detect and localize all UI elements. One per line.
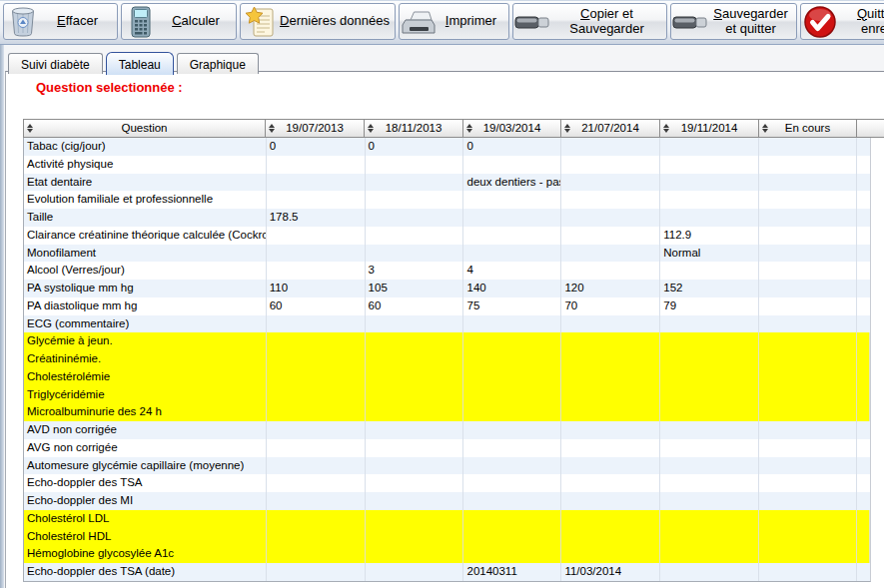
value-cell [759, 332, 857, 350]
value-cell [267, 439, 366, 457]
table-row[interactable]: Etat dentairedeux dentiers - pas d [24, 174, 870, 192]
value-cell [267, 421, 366, 439]
column-header[interactable]: En cours [759, 119, 857, 138]
value-cell [561, 191, 660, 209]
table-row[interactable]: Triglycéridémie [24, 386, 870, 404]
table-row[interactable]: Microalbuminurie des 24 h [24, 403, 870, 421]
table-row[interactable]: Echo-doppler des TSA (date)2014031111/03… [24, 563, 870, 581]
question-cell: ECG (commentaire) [24, 315, 267, 333]
tab-graphique[interactable]: Graphique [177, 53, 259, 74]
value-cell [857, 350, 870, 368]
value-cell [660, 545, 759, 563]
latest-data-button[interactable]: Dernières données [240, 3, 396, 40]
calculate-button[interactable]: Calculer [121, 3, 237, 40]
column-header[interactable]: 18/11/2013 [365, 119, 463, 138]
table-row[interactable]: Clairance créatinine théorique calculée … [24, 227, 870, 245]
column-header[interactable]: 19/03/2014 [463, 119, 561, 138]
value-cell [857, 563, 870, 581]
value-cell: 0 [463, 138, 561, 156]
column-header[interactable]: 19/11/2014 [660, 119, 759, 138]
tab-suivi-diabete[interactable]: Suivi diabète [8, 53, 103, 74]
latest-data-button-label: Dernières données [279, 14, 395, 29]
table-row[interactable]: Echo-doppler des TSA [24, 474, 870, 492]
calculator-icon [122, 6, 160, 38]
value-cell [759, 262, 857, 280]
value-cell [267, 191, 366, 209]
value-cell [759, 545, 857, 563]
table-row[interactable]: Tabac (cig/jour)000 [24, 138, 870, 156]
table-row[interactable]: Echo-doppler des MI [24, 492, 870, 510]
question-cell: Tabac (cig/jour) [24, 138, 267, 156]
column-header[interactable] [857, 119, 884, 138]
column-header[interactable]: 19/07/2013 [266, 119, 365, 138]
value-cell [267, 545, 366, 563]
table-row[interactable]: Automesure glycémie capillaire (moyenne) [24, 457, 870, 475]
table-row[interactable]: Cholestérol LDL [24, 510, 870, 528]
table-row[interactable]: Evolution familiale et professionnelle [24, 191, 870, 209]
table-row[interactable]: Glycémie à jeun. [24, 332, 870, 350]
question-cell: Cholestérolémie [24, 368, 267, 386]
table-row[interactable]: Cholestérolémie [24, 368, 870, 386]
table-row[interactable]: Taille178.5 [24, 209, 870, 227]
table-row[interactable]: PA diastolique mm hg6060757079 [24, 297, 870, 315]
question-cell: Echo-doppler des TSA (date) [24, 563, 267, 581]
question-cell: Monofilament [24, 245, 267, 263]
value-cell: 11/03/2014 [561, 563, 660, 581]
question-cell: PA diastolique mm hg [24, 297, 267, 315]
value-cell [660, 350, 759, 368]
red-check-icon [801, 5, 839, 39]
value-cell [561, 403, 660, 421]
save-quit-button[interactable]: Sauvegarder et quitter [670, 3, 797, 40]
value-cell [366, 510, 464, 528]
copy-save-button[interactable]: Copier et Sauvegarder [512, 3, 667, 40]
value-cell [267, 174, 366, 192]
value-cell [759, 386, 857, 404]
value-cell [660, 386, 759, 404]
table-row[interactable]: Activité physique [24, 156, 870, 174]
column-header[interactable]: 21/07/2014 [561, 119, 660, 138]
value-cell [267, 227, 366, 245]
column-header-label: En cours [785, 122, 830, 134]
quit-without-save-button[interactable]: Quitter sans enregistrer [800, 3, 884, 40]
value-cell [759, 439, 857, 457]
table-row[interactable]: Alcool (Verres/jour)34 [24, 262, 870, 280]
value-cell [463, 350, 561, 368]
table-row[interactable]: AVG non corrigée [24, 439, 870, 457]
value-cell: 105 [366, 280, 464, 297]
column-header[interactable]: Question [23, 119, 266, 138]
erase-button[interactable]: Effacer [3, 3, 118, 40]
value-cell [857, 492, 870, 510]
value-cell [366, 563, 464, 581]
table-row[interactable]: PA systolique mm hg110105140120152 [24, 280, 870, 297]
print-button[interactable]: Imprimer [399, 3, 509, 40]
value-cell [660, 209, 759, 227]
value-cell [857, 403, 870, 421]
value-cell [267, 368, 366, 386]
value-cell [463, 332, 561, 350]
table-row[interactable]: Hémoglobine glycosylée A1c [24, 545, 870, 563]
value-cell [759, 368, 857, 386]
table-row[interactable]: AVD non corrigée [24, 421, 870, 439]
value-cell [660, 138, 759, 156]
column-header-label: Question [121, 122, 167, 134]
question-cell: Hémoglobine glycosylée A1c [24, 545, 267, 563]
sort-icon [368, 124, 374, 133]
value-cell [759, 315, 857, 333]
value-cell [366, 227, 464, 245]
table-row[interactable]: Cholestérol HDL [24, 528, 870, 546]
value-cell [857, 227, 870, 245]
table-row[interactable]: MonofilamentNormal [24, 245, 870, 263]
tab-tableau[interactable]: Tableau [106, 52, 174, 75]
window-left-edge [0, 0, 4, 588]
value-cell [463, 191, 561, 209]
column-header-label: 19/11/2014 [681, 122, 738, 134]
value-cell [857, 174, 870, 192]
value-cell [463, 492, 561, 510]
value-cell [561, 545, 660, 563]
value-cell [660, 510, 759, 528]
question-cell: Alcool (Verres/jour) [24, 262, 267, 280]
value-cell [857, 262, 870, 280]
table-row[interactable]: Créatininémie. [24, 350, 870, 368]
table-row[interactable]: ECG (commentaire) [24, 315, 870, 333]
tab-bar: Suivi diabète Tableau Graphique [8, 52, 262, 74]
